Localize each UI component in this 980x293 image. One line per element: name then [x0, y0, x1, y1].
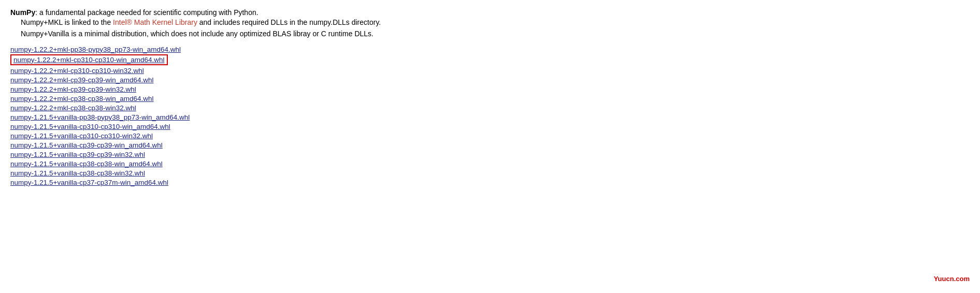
intro-title: NumPy — [10, 8, 35, 17]
download-link-item: numpy-1.21.5+vanilla-cp39-cp39-win_amd64… — [10, 141, 970, 149]
download-link-item: numpy-1.21.5+vanilla-pp38-pypy38_pp73-wi… — [10, 113, 970, 121]
download-link-item: numpy-1.22.2+mkl-cp38-cp38-win32.whl — [10, 104, 970, 112]
intro-line2: Numpy+Vanilla is a minimal distribution,… — [21, 28, 970, 39]
intro-section: NumPy: a fundamental package needed for … — [10, 8, 970, 40]
intro-line1-prefix: Numpy+MKL is linked to the — [21, 18, 113, 26]
link-15[interactable]: numpy-1.21.5+vanilla-cp37-cp37m-win_amd6… — [10, 179, 168, 186]
download-link-item: numpy-1.22.2+mkl-cp39-cp39-win_amd64.whl — [10, 76, 970, 84]
link-14[interactable]: numpy-1.21.5+vanilla-cp38-cp38-win32.whl — [10, 169, 145, 177]
link-7[interactable]: numpy-1.22.2+mkl-cp38-cp38-win32.whl — [10, 104, 136, 112]
intro-line1-suffix: and includes required DLLs in the numpy.… — [197, 18, 381, 26]
intro-line1: Numpy+MKL is linked to the Intel® Math K… — [21, 17, 970, 28]
download-links-list: numpy-1.22.2+mkl-pp38-pypy38_pp73-win_am… — [10, 45, 970, 186]
link-4[interactable]: numpy-1.22.2+mkl-cp39-cp39-win_amd64.whl — [10, 76, 154, 84]
link-6[interactable]: numpy-1.22.2+mkl-cp38-cp38-win_amd64.whl — [10, 95, 154, 102]
download-link-item: numpy-1.21.5+vanilla-cp37-cp37m-win_amd6… — [10, 178, 970, 186]
download-link-item: numpy-1.21.5+vanilla-cp38-cp38-win32.whl — [10, 169, 970, 177]
intel-mkl-link[interactable]: Intel® Math Kernel Library — [113, 18, 197, 26]
link-10[interactable]: numpy-1.21.5+vanilla-cp310-cp310-win32.w… — [10, 132, 153, 140]
download-link-item: numpy-1.21.5+vanilla-cp310-cp310-win32.w… — [10, 131, 970, 140]
link-13[interactable]: numpy-1.21.5+vanilla-cp38-cp38-win_amd64… — [10, 160, 163, 168]
link-9[interactable]: numpy-1.21.5+vanilla-cp310-cp310-win_amd… — [10, 123, 170, 130]
link-12[interactable]: numpy-1.21.5+vanilla-cp39-cp39-win32.whl — [10, 151, 145, 158]
link-3[interactable]: numpy-1.22.2+mkl-cp310-cp310-win32.whl — [10, 67, 144, 75]
link-8[interactable]: numpy-1.21.5+vanilla-pp38-pypy38_pp73-wi… — [10, 113, 190, 121]
link-2[interactable]: numpy-1.22.2+mkl-cp310-cp310-win_amd64.w… — [10, 54, 168, 65]
link-1[interactable]: numpy-1.22.2+mkl-pp38-pypy38_pp73-win_am… — [10, 46, 181, 53]
download-link-item: numpy-1.21.5+vanilla-cp39-cp39-win32.whl — [10, 150, 970, 158]
download-link-item: numpy-1.22.2+mkl-pp38-pypy38_pp73-win_am… — [10, 45, 970, 53]
download-link-item: numpy-1.21.5+vanilla-cp310-cp310-win_amd… — [10, 122, 970, 130]
link-5[interactable]: numpy-1.22.2+mkl-cp39-cp39-win32.whl — [10, 85, 136, 93]
download-link-item: numpy-1.22.2+mkl-cp38-cp38-win_amd64.whl — [10, 94, 970, 102]
download-link-item: numpy-1.22.2+mkl-cp310-cp310-win32.whl — [10, 66, 970, 75]
link-11[interactable]: numpy-1.21.5+vanilla-cp39-cp39-win_amd64… — [10, 141, 163, 149]
intro-title-suffix: : a fundamental package needed for scien… — [35, 8, 258, 17]
download-link-item: numpy-1.22.2+mkl-cp310-cp310-win_amd64.w… — [10, 54, 970, 65]
download-link-item: numpy-1.22.2+mkl-cp39-cp39-win32.whl — [10, 85, 970, 93]
download-link-item: numpy-1.21.5+vanilla-cp38-cp38-win_amd64… — [10, 159, 970, 168]
